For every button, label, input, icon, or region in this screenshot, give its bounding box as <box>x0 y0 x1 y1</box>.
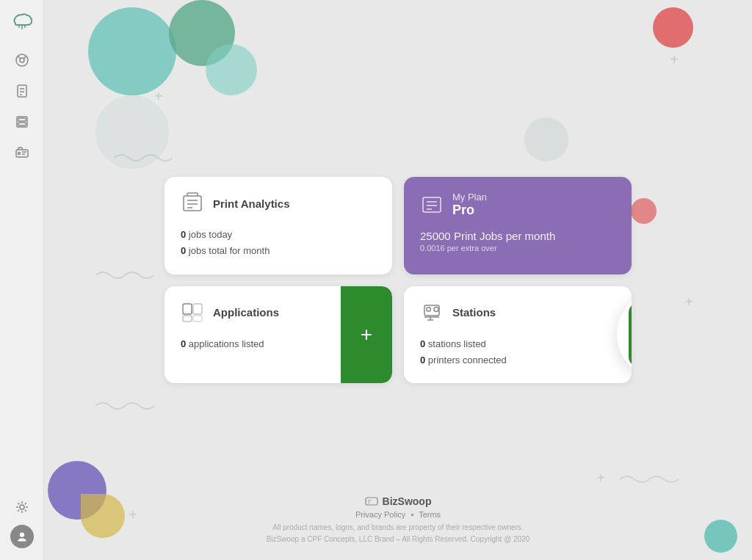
privacy-link[interactable]: Privacy Policy <box>355 510 405 519</box>
svg-rect-15 <box>193 316 202 321</box>
applications-header: Applications <box>181 301 330 324</box>
footer: BizSwoop Privacy Policy • Terms All prod… <box>44 495 752 545</box>
applications-icon <box>181 301 204 324</box>
terms-link[interactable]: Terms <box>419 510 441 519</box>
svg-point-18 <box>434 307 438 311</box>
footer-logo-icon <box>365 496 378 506</box>
svg-point-8 <box>20 505 24 509</box>
plan-icon <box>420 193 444 217</box>
applications-title: Applications <box>213 306 279 319</box>
footer-logo-row: BizSwoop <box>44 495 752 507</box>
stations-add-overlay: + <box>617 291 632 379</box>
stations-header: Stations <box>420 301 569 324</box>
svg-rect-4 <box>18 118 26 121</box>
card-applications: Applications 0 applications listed + <box>164 286 392 383</box>
user-avatar[interactable] <box>10 525 34 548</box>
plan-extra-rate: 0.0016 per extra over <box>420 244 615 252</box>
sidebar-logo[interactable] <box>7 6 37 35</box>
footer-links: Privacy Policy • Terms <box>44 510 752 519</box>
cards-grid: Print Analytics 0 jobs today 0 jobs tota… <box>164 177 632 382</box>
sidebar-item-dashboard[interactable] <box>9 47 35 73</box>
svg-point-1 <box>20 58 24 62</box>
svg-rect-12 <box>183 304 192 314</box>
footer-copyright-1: All product names, logos, and brands are… <box>44 522 752 534</box>
svg-rect-17 <box>427 308 430 311</box>
applications-stats: 0 applications listed <box>181 336 330 352</box>
print-analytics-header: Print Analytics <box>181 192 376 215</box>
card-my-plan: My Plan Pro 25000 Print Jobs per month 0… <box>404 177 632 274</box>
stations-add-button[interactable]: + <box>629 302 632 367</box>
sidebar-item-layers[interactable] <box>9 109 35 135</box>
svg-point-9 <box>19 532 24 537</box>
plan-jobs: 25000 Print Jobs per month <box>420 230 615 242</box>
card-print-analytics: Print Analytics 0 jobs today 0 jobs tota… <box>164 177 392 274</box>
plan-name: Pro <box>452 203 487 218</box>
svg-rect-19 <box>366 498 377 505</box>
footer-dot: • <box>411 510 413 519</box>
card-stations: Stations 0 stations listed 0 printers co… <box>404 286 632 383</box>
plan-title-group: My Plan Pro <box>452 192 487 218</box>
svg-rect-11 <box>423 197 441 212</box>
sidebar-item-documents[interactable] <box>9 78 35 104</box>
applications-add-button[interactable]: + <box>341 286 392 383</box>
svg-point-7 <box>18 153 20 155</box>
sidebar <box>0 0 44 560</box>
applications-plus-icon: + <box>361 324 372 345</box>
svg-rect-13 <box>193 304 202 314</box>
footer-copyright-2: BizSwoop a CPF Concepts, LLC Brand – All… <box>44 534 752 545</box>
print-analytics-title: Print Analytics <box>213 197 289 210</box>
sidebar-item-settings[interactable] <box>9 494 35 520</box>
svg-rect-5 <box>18 123 26 126</box>
print-analytics-stats: 0 jobs today 0 jobs total for month <box>181 227 376 259</box>
sidebar-item-devices[interactable] <box>9 139 35 166</box>
stations-icon <box>420 301 444 324</box>
footer-brand: BizSwoop <box>383 495 432 507</box>
svg-rect-10 <box>184 196 201 211</box>
plan-header: My Plan Pro <box>420 192 615 218</box>
plan-heading: My Plan <box>452 192 487 203</box>
print-analytics-icon <box>181 192 204 215</box>
main-content: Print Analytics 0 jobs today 0 jobs tota… <box>44 0 752 560</box>
svg-rect-14 <box>183 316 192 321</box>
stations-title: Stations <box>452 306 496 319</box>
stations-stats: 0 stations listed 0 printers connected <box>420 336 569 368</box>
